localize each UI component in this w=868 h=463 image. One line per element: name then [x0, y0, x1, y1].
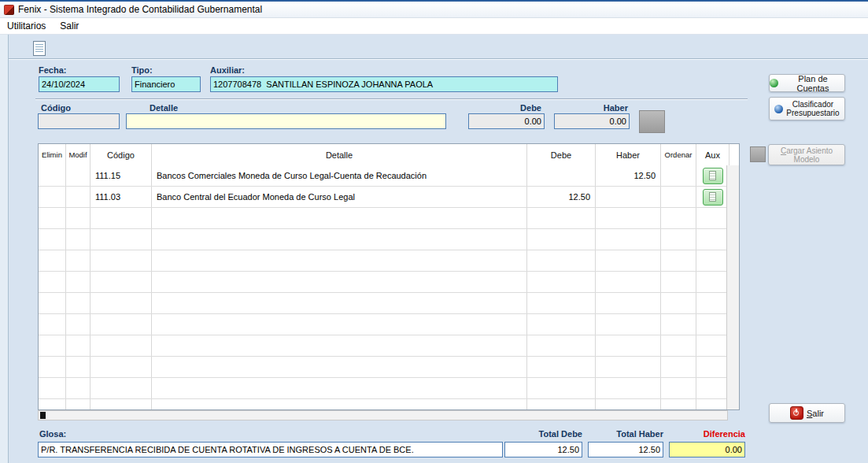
- form-separator: [35, 98, 748, 100]
- table-cell: [596, 293, 661, 313]
- fecha-label: Fecha:: [39, 65, 66, 75]
- table-cell: [661, 357, 696, 377]
- detalle-label: Detalle: [150, 103, 178, 113]
- table-cell: [527, 293, 596, 313]
- col-haber[interactable]: Haber: [596, 144, 661, 165]
- add-entry-button[interactable]: [639, 110, 665, 133]
- app-icon: [4, 5, 14, 15]
- table-row[interactable]: [39, 378, 729, 399]
- table-cell: [39, 272, 66, 292]
- table-cell: [39, 187, 66, 207]
- document-page-icon: [709, 192, 716, 202]
- debe-input[interactable]: [468, 113, 545, 129]
- table-cell: [696, 293, 729, 313]
- table-cell: [596, 272, 661, 292]
- table-row[interactable]: [39, 335, 729, 357]
- total-haber-field[interactable]: [588, 442, 663, 457]
- col-debe[interactable]: Debe: [527, 144, 596, 165]
- table-cell: [527, 335, 596, 356]
- table-cell: [90, 208, 152, 228]
- table-cell: [66, 165, 90, 186]
- table-cell: [66, 335, 90, 356]
- table-cell: [596, 378, 661, 398]
- total-haber-label: Total Haber: [588, 429, 663, 439]
- cargar-asiento-modelo-button[interactable]: Cargar Asiento Modelo: [768, 144, 845, 165]
- blue-sphere-icon: [774, 105, 783, 113]
- horizontal-scrollbar-thumb[interactable]: [40, 412, 46, 419]
- table-cell: [661, 272, 696, 292]
- haber-input[interactable]: [554, 113, 630, 129]
- table-row[interactable]: [39, 357, 729, 378]
- table-cell: [39, 378, 66, 398]
- fecha-input[interactable]: [39, 76, 120, 92]
- table-cell: [596, 399, 661, 409]
- table-cell: [152, 208, 527, 228]
- table-row[interactable]: [39, 250, 729, 272]
- table-cell: [696, 314, 729, 335]
- total-debe-field[interactable]: [504, 442, 582, 457]
- table-cell: [66, 208, 90, 228]
- menu-bar: Utilitarios Salir: [0, 18, 868, 35]
- aux-detail-button[interactable]: [703, 189, 723, 206]
- auxiliar-input[interactable]: [210, 76, 558, 92]
- col-aux[interactable]: Aux: [696, 144, 729, 165]
- cargar-asiento-label-line1: Cargar Asiento: [781, 146, 833, 155]
- table-cell: [90, 314, 152, 335]
- table-cell: [39, 165, 66, 186]
- clasificador-presupuestario-button[interactable]: Clasificador Presupuestario: [769, 97, 845, 120]
- vertical-scrollbar[interactable]: [726, 165, 739, 409]
- table-cell: [661, 293, 696, 313]
- table-row[interactable]: [39, 314, 729, 335]
- horizontal-scrollbar[interactable]: [38, 410, 728, 420]
- left-panel-strip: [0, 35, 8, 463]
- table-row[interactable]: [39, 229, 729, 250]
- clasificador-label: Clasificador Presupuestario: [786, 100, 839, 117]
- aux-detail-button[interactable]: [703, 168, 723, 184]
- table-cell: [152, 272, 527, 292]
- diferencia-label: Diferencia: [669, 429, 745, 439]
- table-cell: [527, 314, 596, 335]
- plan-de-cuentas-button[interactable]: Plan de Cuentas: [769, 74, 845, 92]
- detalle-input[interactable]: [126, 113, 446, 129]
- menu-salir[interactable]: Salir: [53, 19, 86, 33]
- cargar-asiento-label: Cargar Asiento Modelo: [781, 146, 833, 164]
- tipo-input[interactable]: [131, 76, 201, 92]
- col-detalle[interactable]: Detalle: [152, 144, 527, 165]
- table-cell: [527, 357, 596, 377]
- new-document-icon: [33, 41, 46, 56]
- glosa-input[interactable]: [38, 442, 503, 457]
- col-elimin[interactable]: Elimin: [39, 144, 66, 165]
- table-cell: [152, 399, 527, 409]
- panel-divider: [8, 35, 9, 463]
- table-cell: [596, 187, 661, 207]
- table-cell: [696, 165, 729, 186]
- col-modif[interactable]: Modif: [66, 144, 90, 165]
- salir-button[interactable]: Salir: [769, 403, 845, 423]
- table-cell: [66, 293, 90, 313]
- table-cell: [696, 250, 729, 271]
- document-page-icon: [709, 171, 716, 180]
- new-entry-button[interactable]: [30, 39, 49, 57]
- table-cell: [596, 314, 661, 335]
- table-header-row: Elimin Modif Código Detalle Debe Haber O…: [39, 144, 739, 166]
- table-cell: 12.50: [527, 187, 596, 207]
- table-cell: [90, 378, 152, 398]
- table-row[interactable]: [39, 293, 729, 314]
- table-cell: [596, 208, 661, 228]
- table-cell: [661, 314, 696, 335]
- table-row[interactable]: [39, 399, 729, 409]
- total-debe-label: Total Debe: [504, 429, 582, 439]
- col-codigo[interactable]: Código: [90, 144, 152, 165]
- table-row[interactable]: [39, 208, 729, 229]
- table-row[interactable]: 111.03Banco Central del Ecuador Moneda d…: [39, 187, 729, 208]
- clasificador-label-line1: Clasificador: [786, 100, 839, 109]
- diferencia-field[interactable]: [669, 442, 745, 457]
- cargar-asiento-label-line2: Modelo: [781, 155, 833, 164]
- tipo-label: Tipo:: [131, 65, 153, 75]
- table-row[interactable]: [39, 272, 729, 293]
- menu-utilitarios[interactable]: Utilitarios: [0, 19, 53, 33]
- col-ordenar[interactable]: Ordenar: [661, 144, 696, 165]
- table-row[interactable]: 111.15Bancos Comerciales Moneda de Curso…: [39, 165, 729, 187]
- table-cell: [152, 250, 527, 271]
- codigo-input[interactable]: [38, 113, 120, 129]
